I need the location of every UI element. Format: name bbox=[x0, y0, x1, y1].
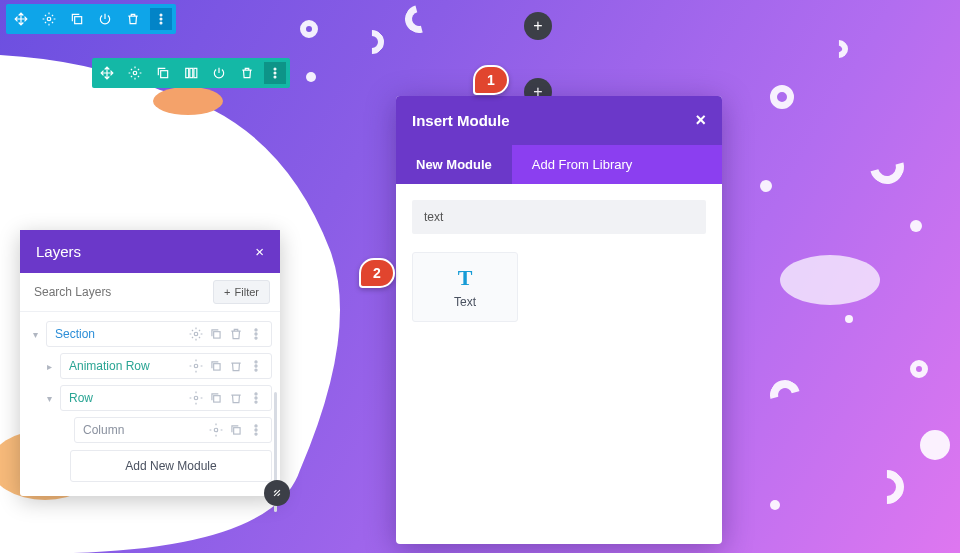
layers-title: Layers bbox=[36, 243, 81, 260]
more-icon[interactable] bbox=[249, 391, 263, 405]
svg-point-0 bbox=[47, 17, 51, 21]
trash-icon[interactable] bbox=[229, 327, 243, 341]
resize-handle-icon[interactable] bbox=[264, 480, 290, 506]
tab-add-library[interactable]: Add From Library bbox=[512, 145, 652, 184]
svg-point-27 bbox=[255, 401, 257, 403]
gear-icon[interactable] bbox=[124, 62, 146, 84]
module-search-input[interactable] bbox=[412, 200, 706, 234]
svg-point-17 bbox=[255, 337, 257, 339]
svg-rect-9 bbox=[194, 68, 197, 77]
tree-row-section: ▾ Section bbox=[28, 318, 272, 350]
svg-point-16 bbox=[255, 333, 257, 335]
svg-rect-24 bbox=[214, 396, 220, 402]
svg-rect-7 bbox=[186, 68, 189, 77]
trash-icon[interactable] bbox=[229, 391, 243, 405]
module-label: Text bbox=[454, 295, 476, 309]
svg-point-28 bbox=[214, 428, 218, 432]
svg-point-11 bbox=[274, 72, 276, 74]
svg-point-21 bbox=[255, 365, 257, 367]
columns-icon[interactable] bbox=[180, 62, 202, 84]
add-section-button[interactable]: + bbox=[524, 12, 552, 40]
svg-rect-8 bbox=[190, 68, 193, 77]
chevron-right-icon[interactable]: ▸ bbox=[42, 359, 56, 373]
chevron-down-icon[interactable]: ▾ bbox=[28, 327, 42, 341]
gear-icon[interactable] bbox=[189, 391, 203, 405]
svg-point-30 bbox=[255, 425, 257, 427]
svg-point-31 bbox=[255, 429, 257, 431]
duplicate-icon[interactable] bbox=[229, 423, 243, 437]
gear-icon[interactable] bbox=[189, 359, 203, 373]
svg-point-4 bbox=[160, 22, 162, 24]
move-icon[interactable] bbox=[96, 62, 118, 84]
layers-search-input[interactable] bbox=[30, 279, 207, 305]
tree-row-column: Column bbox=[56, 414, 272, 446]
trash-icon[interactable] bbox=[122, 8, 144, 30]
power-icon[interactable] bbox=[94, 8, 116, 30]
svg-point-5 bbox=[133, 71, 137, 75]
power-icon[interactable] bbox=[208, 62, 230, 84]
row-toolbar bbox=[92, 58, 290, 88]
layers-panel: Layers × +Filter ▾ Section bbox=[20, 230, 280, 496]
spacer bbox=[56, 423, 70, 437]
svg-point-12 bbox=[274, 76, 276, 78]
svg-point-3 bbox=[160, 18, 162, 20]
svg-point-20 bbox=[255, 361, 257, 363]
more-icon[interactable] bbox=[150, 8, 172, 30]
svg-rect-6 bbox=[161, 71, 168, 78]
gear-icon[interactable] bbox=[209, 423, 223, 437]
svg-rect-29 bbox=[234, 428, 240, 434]
duplicate-icon[interactable] bbox=[209, 327, 223, 341]
decor-blob bbox=[780, 255, 880, 305]
gear-icon[interactable] bbox=[38, 8, 60, 30]
tab-new-module[interactable]: New Module bbox=[396, 145, 512, 184]
svg-rect-1 bbox=[75, 17, 82, 24]
gear-icon[interactable] bbox=[189, 327, 203, 341]
svg-point-10 bbox=[274, 68, 276, 70]
tree-row-row: ▾ Row bbox=[42, 382, 272, 414]
insert-module-modal: Insert Module × New Module Add From Libr… bbox=[396, 96, 722, 544]
chevron-down-icon[interactable]: ▾ bbox=[42, 391, 56, 405]
move-icon[interactable] bbox=[10, 8, 32, 30]
duplicate-icon[interactable] bbox=[152, 62, 174, 84]
svg-point-22 bbox=[255, 369, 257, 371]
duplicate-icon[interactable] bbox=[66, 8, 88, 30]
close-icon[interactable]: × bbox=[255, 243, 264, 260]
filter-button[interactable]: +Filter bbox=[213, 280, 270, 304]
trash-icon[interactable] bbox=[236, 62, 258, 84]
section-toolbar bbox=[6, 4, 176, 34]
svg-rect-19 bbox=[214, 364, 220, 370]
svg-rect-14 bbox=[214, 332, 220, 338]
duplicate-icon[interactable] bbox=[209, 359, 223, 373]
svg-point-15 bbox=[255, 329, 257, 331]
svg-point-26 bbox=[255, 397, 257, 399]
modal-tabs: New Module Add From Library bbox=[396, 145, 722, 184]
add-new-module-button[interactable]: Add New Module bbox=[70, 450, 272, 482]
decor-blob bbox=[153, 87, 223, 115]
callout-1: 1 bbox=[473, 65, 509, 95]
svg-point-23 bbox=[194, 396, 198, 400]
tree-row-animation: ▸ Animation Row bbox=[42, 350, 272, 382]
more-icon[interactable] bbox=[264, 62, 286, 84]
more-icon[interactable] bbox=[249, 327, 263, 341]
svg-point-25 bbox=[255, 393, 257, 395]
text-icon: T bbox=[458, 265, 473, 291]
more-icon[interactable] bbox=[249, 423, 263, 437]
callout-2: 2 bbox=[359, 258, 395, 288]
trash-icon[interactable] bbox=[229, 359, 243, 373]
svg-point-2 bbox=[160, 14, 162, 16]
modal-title: Insert Module bbox=[412, 112, 510, 129]
module-text[interactable]: T Text bbox=[412, 252, 518, 322]
svg-point-32 bbox=[255, 433, 257, 435]
more-icon[interactable] bbox=[249, 359, 263, 373]
svg-point-18 bbox=[194, 364, 198, 368]
svg-point-13 bbox=[194, 332, 198, 336]
close-icon[interactable]: × bbox=[695, 110, 706, 131]
duplicate-icon[interactable] bbox=[209, 391, 223, 405]
